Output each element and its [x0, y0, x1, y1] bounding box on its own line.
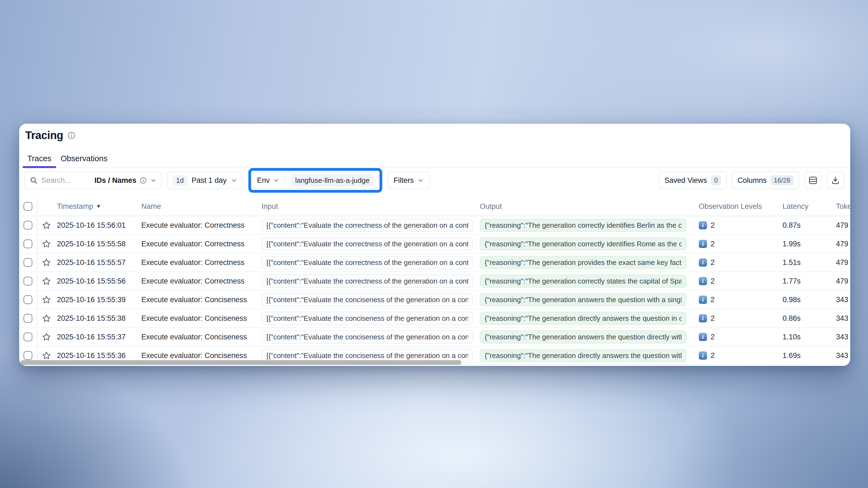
info-badge-icon: i [699, 240, 707, 248]
desktop-background: { "page": { "title": "Tracing" }, "tabs"… [0, 0, 868, 488]
saved-views-button[interactable]: Saved Views 0 [658, 172, 727, 189]
input-preview[interactable]: [{"content":"Evaluate the conciseness of… [261, 293, 473, 306]
star-icon[interactable] [42, 314, 51, 323]
output-preview[interactable]: {"reasoning":"The generation correctly i… [480, 219, 686, 232]
columns-button[interactable]: Columns 16/28 [732, 172, 799, 189]
search-scope-label: IDs / Names [94, 176, 136, 185]
star-icon[interactable] [42, 351, 51, 360]
input-preview[interactable]: [{"content":"Evaluate the conciseness of… [261, 312, 473, 325]
input-preview[interactable]: [{"content":"Evaluate the correctness of… [261, 219, 473, 232]
latency-cell: 1.99s [776, 235, 831, 253]
row-checkbox[interactable] [24, 295, 32, 304]
input-preview[interactable]: [{"content":"Evaluate the correctness of… [261, 256, 473, 269]
table-row[interactable]: 2025-10-16 15:55:37 Execute evaluator: C… [19, 328, 850, 347]
row-checkbox[interactable] [24, 351, 32, 360]
row-checkbox[interactable] [24, 314, 32, 323]
input-preview[interactable]: [{"content":"Evaluate the correctness of… [261, 237, 473, 251]
divider [285, 175, 286, 185]
table-row[interactable]: 2025-10-16 15:55:58 Execute evaluator: C… [19, 235, 850, 254]
traces-table: Timestamp ▼ Name Input Output Observatio… [19, 197, 850, 365]
timestamp-cell: 2025-10-16 15:55:37 [53, 328, 138, 346]
search-placeholder: Search... [41, 176, 71, 185]
page-title-text: Tracing [25, 129, 63, 141]
table-body: 2025-10-16 15:56:01 Execute evaluator: C… [19, 216, 850, 365]
table-row[interactable]: 2025-10-16 15:55:57 Execute evaluator: C… [19, 254, 850, 272]
info-badge-icon: i [699, 296, 707, 304]
chevron-down-icon [150, 177, 157, 184]
output-preview[interactable]: {"reasoning":"The generation directly an… [480, 349, 686, 362]
tab-traces[interactable]: Traces [23, 152, 56, 167]
observation-levels-cell: i 2 [693, 235, 776, 253]
trace-name-cell: Execute evaluator: Correctness [138, 254, 259, 271]
row-checkbox[interactable] [24, 258, 32, 267]
toolbar: Search... IDs / Names 1d Past 1 day [24, 171, 844, 190]
row-checkbox[interactable] [24, 277, 32, 286]
header-observation-levels[interactable]: Observation Levels [693, 197, 776, 216]
star-icon[interactable] [42, 333, 51, 341]
output-preview[interactable]: {"reasoning":"The generation provides th… [480, 256, 686, 269]
row-checkbox[interactable] [24, 239, 32, 248]
info-badge-icon: i [699, 314, 707, 322]
timestamp-cell: 2025-10-16 15:55:58 [53, 235, 138, 253]
trace-name-cell: Execute evaluator: Correctness [138, 272, 259, 290]
search-input[interactable]: Search... IDs / Names [24, 172, 162, 189]
tokens-cell: 343 → [831, 291, 850, 309]
info-icon[interactable] [68, 132, 75, 139]
row-checkbox[interactable] [24, 221, 32, 230]
output-preview[interactable]: {"reasoning":"The generation answers the… [480, 293, 686, 306]
star-icon[interactable] [42, 277, 51, 286]
output-preview[interactable]: {"reasoning":"The generation directly an… [480, 312, 686, 325]
saved-views-count: 0 [711, 175, 721, 185]
star-icon[interactable] [42, 240, 51, 248]
input-preview[interactable]: [{"content":"Evaluate the conciseness of… [261, 330, 473, 344]
env-filter-button[interactable]: Env langfuse-llm-as-a-judge [252, 172, 378, 189]
table-row[interactable]: 2025-10-16 15:55:38 Execute evaluator: C… [19, 309, 850, 328]
info-badge-icon: i [699, 351, 707, 360]
table-row[interactable]: 2025-10-16 15:55:39 Execute evaluator: C… [19, 291, 850, 309]
input-preview[interactable]: [{"content":"Evaluate the correctness of… [261, 274, 473, 288]
chevron-down-icon [231, 177, 238, 184]
table-row[interactable]: 2025-10-16 15:55:56 Execute evaluator: C… [19, 272, 850, 291]
tab-observations[interactable]: Observations [56, 152, 112, 167]
header-name[interactable]: Name [138, 197, 259, 216]
output-preview[interactable]: {"reasoning":"The generation correctly i… [480, 237, 686, 251]
observation-levels-cell: i 2 [693, 328, 776, 346]
header-output[interactable]: Output [477, 197, 693, 216]
time-range-button[interactable]: 1d Past 1 day [167, 172, 243, 189]
export-button[interactable] [827, 172, 844, 189]
tokens-cell: 343 → [831, 309, 850, 327]
output-preview[interactable]: {"reasoning":"The generation answers the… [480, 330, 686, 344]
timestamp-cell: 2025-10-16 15:55:38 [53, 309, 138, 327]
table-header-row: Timestamp ▼ Name Input Output Observatio… [19, 197, 850, 216]
tokens-cell: 479 → [831, 235, 850, 253]
timestamp-cell: 2025-10-16 15:55:56 [53, 272, 138, 290]
sort-desc-icon: ▼ [96, 203, 101, 209]
row-height-button[interactable] [804, 172, 822, 189]
columns-count: 16/28 [771, 175, 794, 185]
star-icon[interactable] [42, 258, 51, 267]
info-icon [140, 177, 147, 184]
table-row[interactable]: 2025-10-16 15:56:01 Execute evaluator: C… [19, 216, 850, 235]
select-all-checkbox[interactable] [24, 202, 32, 211]
latency-cell: 1.51s [776, 254, 831, 271]
header-latency[interactable]: Latency [776, 197, 831, 216]
header-input[interactable]: Input [259, 197, 477, 216]
tracing-window: Tracing Traces Observations Search... ID… [19, 124, 850, 366]
header-tokens[interactable]: Tokens [831, 197, 850, 216]
chevron-down-icon [417, 177, 424, 184]
latency-cell: 0.86s [776, 309, 831, 327]
filters-button[interactable]: Filters [388, 172, 430, 189]
trace-name-cell: Execute evaluator: Correctness [138, 235, 259, 253]
latency-cell: 0.98s [776, 291, 831, 309]
env-filter-value: langfuse-llm-as-a-judge [291, 174, 374, 187]
output-preview[interactable]: {"reasoning":"The generation correctly s… [480, 274, 686, 288]
horizontal-scrollbar[interactable] [21, 360, 461, 365]
header-timestamp[interactable]: Timestamp ▼ [53, 197, 138, 216]
star-icon[interactable] [42, 221, 51, 230]
latency-cell: 0.87s [776, 216, 831, 234]
search-scope-selector[interactable]: IDs / Names [94, 176, 157, 185]
info-badge-icon: i [699, 258, 707, 267]
row-checkbox[interactable] [24, 332, 32, 341]
tokens-cell: 343 → [831, 328, 850, 346]
star-icon[interactable] [42, 296, 51, 304]
